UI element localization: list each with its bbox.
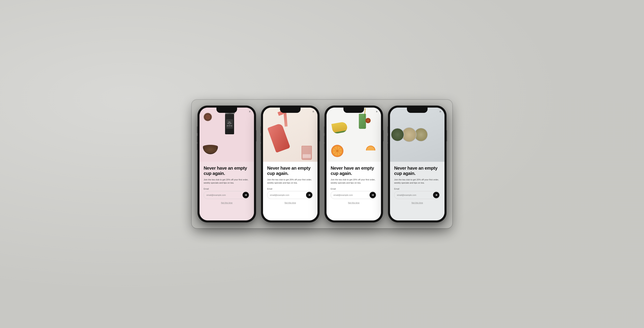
arrow-right-icon [435,194,438,196]
arrow-right-icon [372,194,374,196]
phone-3-submit-button[interactable] [370,192,376,198]
phone-3-email-label: Email [331,188,377,190]
phone-4-notch [407,108,428,113]
phone-1-description: Join the tea club to get 20% off your fi… [204,178,250,185]
phone-3-content: Never have an empty cup again. Join the … [326,162,381,220]
green-drink-image [326,108,381,162]
tea-tin-icon: FEELBETTER✦ART OF TEA [225,111,234,134]
phone-1-content: Never have an empty cup again. Join the … [200,162,254,220]
phone-1: FEELBETTER✦ART OF TEA × [198,106,256,222]
phone-2-description: Join the tea club to get 20% off your fi… [267,178,313,185]
arrow-right-icon [244,194,247,196]
phone-1-image: FEELBETTER✦ART OF TEA × [200,108,254,162]
orange-half-icon [366,146,375,150]
phone-2: × Never have an empty cup again. Join th… [261,106,319,222]
red-drink-image [263,108,318,162]
phone-4: × Never have an empty cup again. Join th… [388,106,446,222]
phone-4-description: Join the tea club to get 20% off your fi… [394,178,440,185]
phone-1-email-row [204,191,250,199]
phone-2-email-row [267,191,313,199]
tea-cup-icon [204,113,213,122]
phone-2-email-input[interactable] [270,194,306,196]
phone-2-email-label: Email [267,188,313,190]
phone-4-email-row [394,191,440,199]
phone-3-email-input[interactable] [334,194,370,196]
phone-3-image: × [326,108,381,162]
phone-2-inner: × Never have an empty cup again. Join th… [263,108,318,220]
phone-1-inner: FEELBETTER✦ART OF TEA × [200,108,254,220]
tea-bowl-icon [203,145,218,156]
phone-4-image: × [390,108,444,162]
outer-frame: FEELBETTER✦ART OF TEA × [192,100,452,228]
phone-4-email-label: Email [394,188,440,190]
phone-1-email-input[interactable] [206,194,242,196]
phone-1-email-label: Email [204,188,250,190]
phone-2-content: Never have an empty cup again. Join the … [263,162,318,220]
phone-3-email-row [331,191,377,199]
phone-2-close-button[interactable]: × [312,110,314,113]
svg-point-6 [336,150,338,152]
phone-4-close-button[interactable]: × [440,110,441,113]
phone-3-inner: × Never have an empty cup again. Join th… [326,108,381,220]
phone-2-image: × [263,108,318,162]
phone-3-title: Never have an empty cup again. [331,166,377,176]
phone-3-notch [344,108,364,113]
herbs-image [390,108,444,162]
dried-orange-icon [366,118,371,123]
red-pitcher-icon [263,108,296,153]
phone-4-email-input[interactable] [397,194,433,196]
phone-1-not-this-time-button[interactable]: Not this time [204,202,250,204]
phone-4-content: Never have an empty cup again. Join the … [390,162,444,220]
phone-2-submit-button[interactable] [306,192,312,198]
phone-4-submit-button[interactable] [433,192,440,198]
orange-slice-icon [331,145,344,157]
phone-1-close-button[interactable]: × [249,110,250,113]
glass-cup-icon [302,146,312,160]
phone-3: × Never have an empty cup again. Join th… [325,106,383,222]
phone-2-not-this-time-button[interactable]: Not this time [267,202,313,204]
phone-1-notch [216,108,237,113]
herb-bowl-1 [391,128,404,141]
phone-4-inner: × Never have an empty cup again. Join th… [390,108,444,220]
phone-3-close-button[interactable]: × [376,110,378,113]
phone-4-not-this-time-button[interactable]: Not this time [394,202,440,204]
phone-4-title: Never have an empty cup again. [394,166,440,176]
phone-3-description: Join the tea club to get 20% off your fi… [331,178,377,185]
phones-container: FEELBETTER✦ART OF TEA × [198,106,446,222]
tea-products-image: FEELBETTER✦ART OF TEA [200,108,254,162]
phone-1-title: Never have an empty cup again. [204,166,250,176]
phone-1-submit-button[interactable] [242,192,249,198]
matcha-glass-icon [359,111,366,129]
phone-2-notch [280,108,300,113]
arrow-right-icon [308,194,310,196]
phone-2-title: Never have an empty cup again. [267,166,313,176]
melon-slice-icon [332,121,348,134]
phone-3-not-this-time-button[interactable]: Not this time [331,202,377,204]
